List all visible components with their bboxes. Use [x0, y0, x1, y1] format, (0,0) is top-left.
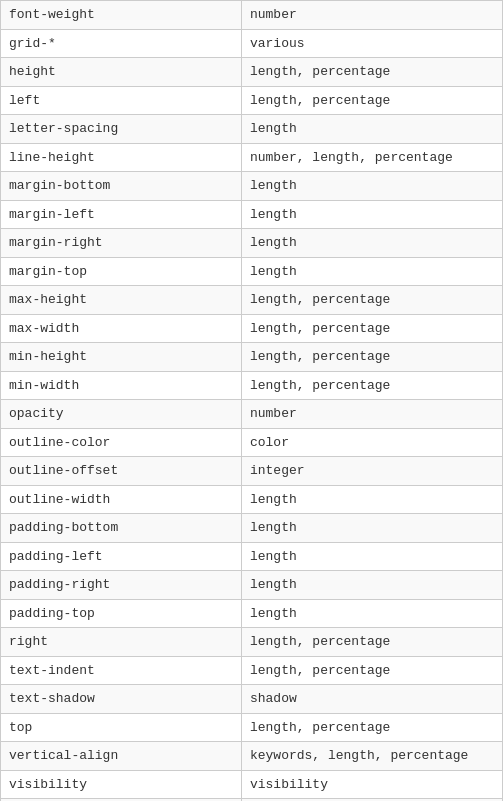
table-row: max-heightlength, percentage: [1, 286, 503, 315]
property-cell: margin-right: [1, 229, 242, 258]
property-cell: min-height: [1, 343, 242, 372]
value-cell: length, percentage: [241, 58, 502, 87]
value-cell: length, percentage: [241, 656, 502, 685]
property-cell: font-weight: [1, 1, 242, 30]
property-cell: min-width: [1, 371, 242, 400]
table-row: rightlength, percentage: [1, 628, 503, 657]
table-row: padding-leftlength: [1, 542, 503, 571]
value-cell: length, percentage: [241, 628, 502, 657]
property-cell: margin-left: [1, 200, 242, 229]
value-cell: integer: [241, 457, 502, 486]
table-row: leftlength, percentage: [1, 86, 503, 115]
property-cell: padding-right: [1, 571, 242, 600]
table-row: heightlength, percentage: [1, 58, 503, 87]
table-row: line-heightnumber, length, percentage: [1, 143, 503, 172]
value-cell: length, percentage: [241, 343, 502, 372]
table-row: padding-toplength: [1, 599, 503, 628]
value-cell: length: [241, 200, 502, 229]
property-cell: right: [1, 628, 242, 657]
table-row: padding-bottomlength: [1, 514, 503, 543]
value-cell: length: [241, 571, 502, 600]
table-row: opacitynumber: [1, 400, 503, 429]
value-cell: number: [241, 400, 502, 429]
table-row: letter-spacinglength: [1, 115, 503, 144]
property-cell: max-width: [1, 314, 242, 343]
property-cell: visibility: [1, 770, 242, 799]
property-cell: text-indent: [1, 656, 242, 685]
value-cell: length: [241, 599, 502, 628]
value-cell: length: [241, 115, 502, 144]
property-cell: padding-bottom: [1, 514, 242, 543]
table-row: grid-*various: [1, 29, 503, 58]
value-cell: keywords, length, percentage: [241, 742, 502, 771]
property-cell: outline-width: [1, 485, 242, 514]
property-cell: opacity: [1, 400, 242, 429]
table-row: min-widthlength, percentage: [1, 371, 503, 400]
table-row: text-indentlength, percentage: [1, 656, 503, 685]
property-cell: outline-color: [1, 428, 242, 457]
property-cell: margin-top: [1, 257, 242, 286]
value-cell: shadow: [241, 685, 502, 714]
table-row: padding-rightlength: [1, 571, 503, 600]
main-container: font-weightnumbergrid-*variousheightleng…: [0, 0, 503, 801]
table-row: vertical-alignkeywords, length, percenta…: [1, 742, 503, 771]
property-cell: outline-offset: [1, 457, 242, 486]
property-cell: vertical-align: [1, 742, 242, 771]
value-cell: length: [241, 172, 502, 201]
table-row: margin-rightlength: [1, 229, 503, 258]
value-cell: length: [241, 229, 502, 258]
table-row: toplength, percentage: [1, 713, 503, 742]
property-cell: left: [1, 86, 242, 115]
table-row: margin-bottomlength: [1, 172, 503, 201]
table-row: text-shadowshadow: [1, 685, 503, 714]
property-cell: margin-bottom: [1, 172, 242, 201]
value-cell: color: [241, 428, 502, 457]
css-properties-table: font-weightnumbergrid-*variousheightleng…: [0, 0, 503, 801]
value-cell: various: [241, 29, 502, 58]
value-cell: number, length, percentage: [241, 143, 502, 172]
value-cell: length, percentage: [241, 86, 502, 115]
property-cell: letter-spacing: [1, 115, 242, 144]
value-cell: length, percentage: [241, 314, 502, 343]
value-cell: length: [241, 514, 502, 543]
property-cell: max-height: [1, 286, 242, 315]
table-row: visibilityvisibility: [1, 770, 503, 799]
property-cell: text-shadow: [1, 685, 242, 714]
value-cell: visibility: [241, 770, 502, 799]
property-cell: height: [1, 58, 242, 87]
table-row: outline-offsetinteger: [1, 457, 503, 486]
table-row: min-heightlength, percentage: [1, 343, 503, 372]
value-cell: number: [241, 1, 502, 30]
property-cell: padding-left: [1, 542, 242, 571]
value-cell: length, percentage: [241, 713, 502, 742]
table-row: margin-leftlength: [1, 200, 503, 229]
value-cell: length: [241, 542, 502, 571]
value-cell: length, percentage: [241, 371, 502, 400]
value-cell: length, percentage: [241, 286, 502, 315]
property-cell: padding-top: [1, 599, 242, 628]
value-cell: length: [241, 257, 502, 286]
property-cell: grid-*: [1, 29, 242, 58]
property-cell: line-height: [1, 143, 242, 172]
table-row: outline-widthlength: [1, 485, 503, 514]
value-cell: length: [241, 485, 502, 514]
table-row: font-weightnumber: [1, 1, 503, 30]
table-row: outline-colorcolor: [1, 428, 503, 457]
table-row: max-widthlength, percentage: [1, 314, 503, 343]
table-row: margin-toplength: [1, 257, 503, 286]
property-cell: top: [1, 713, 242, 742]
